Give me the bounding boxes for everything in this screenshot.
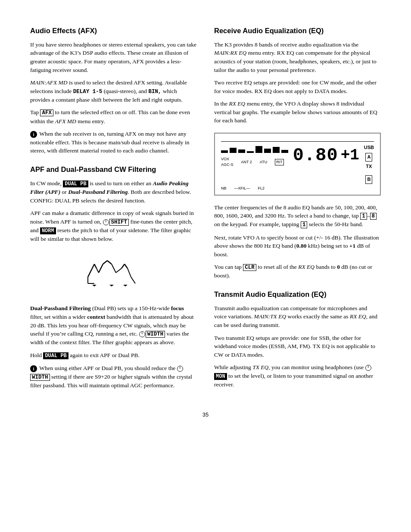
key-1b: 1 — [301, 221, 308, 228]
dpf-italic2: Dual-Passband Filtering — [68, 189, 128, 195]
a-label: A — [365, 153, 372, 162]
info-icon-1: i — [30, 131, 37, 138]
knob-icon-width2 — [177, 366, 183, 372]
eq-vox-ant-row: VOX AGC-S ANT 2 ATU RIT — [221, 156, 288, 168]
clr-key: CLR — [243, 264, 256, 271]
tx-eq-para2: Two transmit EQ setups are provide: one … — [214, 334, 381, 359]
eq-bar-1 — [221, 150, 228, 153]
rx-eq-080: 0.80 — [296, 243, 307, 249]
afx-heading: Audio Effects (AFX) — [30, 26, 197, 36]
tx-label: TX — [366, 163, 372, 170]
dual-pb-key1: DUAL PB — [63, 180, 88, 187]
usb-label: USB — [364, 144, 374, 151]
svg-line-12 — [125, 264, 128, 268]
zero-bold: 0 — [337, 264, 340, 270]
eq-display: VOX AGC-S ANT 2 ATU RIT — [214, 133, 381, 196]
eq-center-display: 0.80 +1 — [293, 144, 359, 167]
rx-eq-italic: RX EQ — [229, 100, 246, 107]
dpf-context: context — [87, 314, 105, 320]
tx-eq-para3: While adjusting TX EQ, you can monitor u… — [214, 363, 381, 389]
shift-key: SHIFT — [109, 219, 129, 226]
afx-md-italic: AFX MD — [55, 118, 76, 124]
rit-label: RIT — [275, 159, 284, 165]
fl2-label: FL2 — [258, 186, 265, 191]
dpf-bold1: Dual-Passband Filtering — [30, 305, 91, 311]
knob-icon-mon — [365, 365, 371, 371]
rx-eq-heading: Receive Audio Equalization (EQ) — [214, 26, 381, 36]
main-rx-eq-italic: MAIN:RX EQ — [214, 50, 246, 56]
info-icon-2: i — [30, 365, 37, 372]
width-key: WIDTH — [146, 331, 165, 338]
norm-key: NORM — [40, 227, 56, 234]
tx-eq-heading: Transmit Audio Equalization (EQ) — [214, 289, 381, 300]
eq-bar-3 — [238, 149, 245, 153]
svg-line-3 — [92, 264, 94, 268]
eq-bar-4 — [247, 151, 254, 153]
tx-eq-italic: TX EQ, — [252, 364, 270, 370]
svg-marker-17 — [123, 285, 128, 286]
page-number: 35 — [30, 411, 381, 419]
apf-heading: APF and Dual-Passband CW Filtering — [30, 165, 197, 175]
afx-main-italic: MAIN:AFX MD — [30, 79, 68, 86]
afx-para2: MAIN:AFX MD is used to select the desire… — [30, 78, 197, 104]
knob-icon-shift — [103, 219, 109, 225]
key-1: 1 — [360, 213, 367, 220]
vox-label: VOX AGC-S — [221, 156, 234, 168]
dual-pb-key2: DUAL PB — [43, 352, 68, 359]
apf-para1: In CW mode, DUAL PB is used to turn on e… — [30, 179, 197, 205]
rx-eq-para3: In the RX EQ menu entry, the VFO A displ… — [214, 100, 381, 125]
knob-icon-width — [139, 331, 145, 337]
eq-bar-6 — [264, 149, 271, 153]
eq-ab-labels: USB A TX B — [364, 144, 374, 184]
svg-line-2 — [88, 268, 92, 277]
nb-label: NB — [221, 186, 227, 191]
atu-label: ATU — [260, 159, 267, 165]
right-column: Receive Audio Equalization (EQ) The K3 p… — [214, 26, 381, 394]
svg-line-7 — [103, 261, 107, 264]
width-key2: WIDTH — [30, 374, 50, 381]
eq-left-area: VOX AGC-S ANT 2 ATU RIT — [221, 144, 288, 168]
rx-eq-para1: The K3 provides 8 bands of receive audio… — [214, 40, 381, 74]
eq-boost-value: +1 — [341, 144, 359, 167]
eq-bars-area — [221, 144, 288, 153]
b-label: B — [365, 175, 372, 184]
apf-filter-graphic — [30, 251, 197, 297]
rx-eq-para5: Next, rotate VFO A to specify boost or c… — [214, 233, 381, 259]
svg-line-9 — [112, 264, 116, 273]
svg-marker-15 — [92, 285, 97, 286]
apf-svg — [71, 255, 157, 290]
afx-bin-key: BIN, — [148, 89, 161, 95]
eq-bar-5 — [255, 146, 262, 153]
dpf-para4: Hold DUAL PB again to exit APF or Dual P… — [30, 351, 197, 360]
svg-line-13 — [128, 268, 131, 277]
dpf-focus: focus — [171, 305, 184, 311]
afx-para3: Tap AFX to turn the selected effect on o… — [30, 108, 197, 125]
svg-line-10 — [116, 268, 121, 273]
svg-line-8 — [107, 261, 112, 264]
tx-eq-para1: Transmit audio equalization can compensa… — [214, 304, 381, 330]
svg-marker-16 — [109, 285, 114, 286]
key-8: 8 — [370, 213, 377, 220]
afx-delay-key: DELAY 1-5 — [73, 89, 103, 95]
xfil-label: —XFIL— — [234, 186, 250, 191]
dpf-para3: Dual-Passband Filtering (Dual PB) sets u… — [30, 304, 197, 346]
apf-para2: APF can make a dramatic difference in co… — [30, 209, 197, 243]
dpf-info2: i When using either APF or Dual PB, you … — [30, 364, 197, 389]
eq-bar-7 — [273, 147, 280, 153]
mon-key: MON — [214, 373, 227, 380]
rx-eq-para6: You can tap CLR to reset all of the RX E… — [214, 263, 381, 280]
rx-eq-p1: +1 — [349, 243, 355, 249]
eq-bar-8 — [281, 150, 288, 153]
rx-eq-italic3: RX EQ, — [350, 313, 367, 320]
rx-eq-para4: The center frequencies of the 8 audio EQ… — [214, 203, 381, 229]
ant2-label: ANT 2 — [241, 159, 252, 165]
svg-line-14 — [131, 277, 135, 283]
afx-key: AFX — [40, 109, 53, 116]
afx-info1: i When the sub receiver is on, turning A… — [30, 130, 197, 155]
afx-para1: If you have stereo headphones or stereo … — [30, 40, 197, 74]
main-tx-eq-italic: MAIN:TX EQ — [254, 313, 286, 320]
page: Audio Effects (AFX) If you have stereo h… — [0, 0, 411, 532]
svg-line-6 — [99, 264, 103, 273]
svg-line-4 — [94, 264, 97, 268]
svg-line-5 — [97, 268, 99, 273]
